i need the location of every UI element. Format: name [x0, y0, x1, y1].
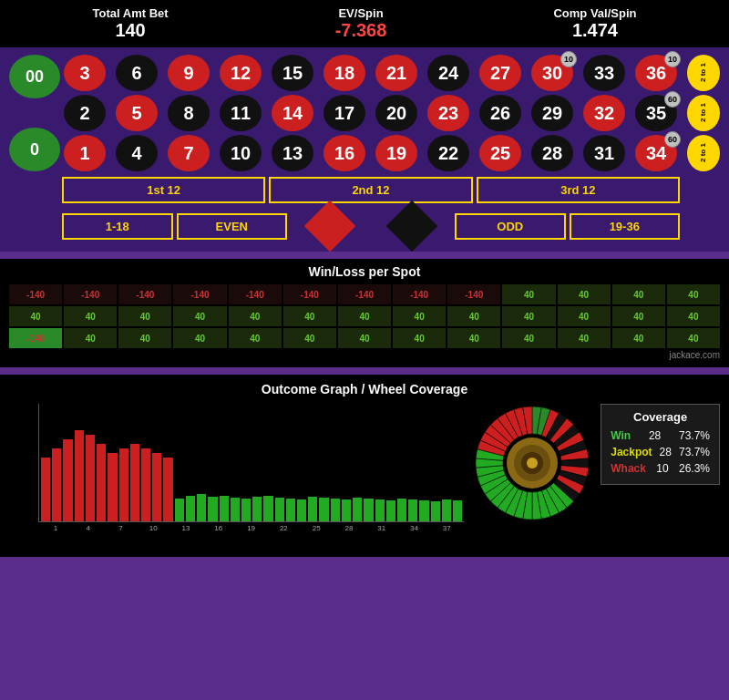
coverage-title: Coverage	[611, 410, 710, 424]
wl-cell: 40	[229, 328, 282, 348]
first-dozen[interactable]: 1st 12	[62, 177, 265, 203]
chart-bar	[97, 444, 106, 521]
number-5[interactable]: 5	[116, 95, 158, 131]
number-19[interactable]: 19	[375, 135, 417, 171]
number-30[interactable]: 3010	[531, 55, 573, 91]
svg-point-3	[527, 458, 538, 468]
total-amt-bet-section: Total Amt Bet 140	[93, 6, 169, 41]
whack-pct: 26.3%	[679, 462, 710, 475]
number-1[interactable]: 1	[64, 135, 106, 171]
side-bet-mid[interactable]: 2 to 1	[687, 95, 720, 131]
number-17[interactable]: 17	[323, 95, 365, 131]
third-dozen[interactable]: 3rd 12	[477, 177, 680, 203]
number-16[interactable]: 16	[323, 135, 365, 171]
side-bet-top[interactable]: 2 to 1	[687, 55, 720, 91]
roulette-table-area: 00 0 36912151821242730103336102581114172…	[0, 47, 729, 252]
second-dozen[interactable]: 2nd 12	[269, 177, 472, 203]
comp-val-spin-section: Comp Val/Spin 1.474	[553, 6, 636, 41]
number-36[interactable]: 3610	[635, 55, 677, 91]
wl-cell: 40	[447, 328, 500, 348]
number-4[interactable]: 4	[116, 135, 158, 171]
even-btn[interactable]: EVEN	[177, 213, 288, 240]
comp-val-spin-value: 1.474	[553, 20, 636, 41]
number-13[interactable]: 13	[272, 135, 313, 171]
wl-cell: 40	[612, 328, 665, 348]
roulette-table: 00 0 36912151821242730103336102581114172…	[9, 55, 720, 171]
chart-bar	[186, 496, 195, 521]
x-axis-label: 4	[73, 524, 104, 532]
chart-bar	[375, 499, 385, 521]
winloss-grid: -140-140-140-140-140-140-140-140-1404040…	[9, 284, 720, 348]
win-coverage-row: Win 28 73.7%	[611, 429, 710, 442]
number-28[interactable]: 28	[531, 135, 573, 171]
number-2[interactable]: 2	[64, 95, 106, 131]
number-9[interactable]: 9	[168, 55, 210, 91]
chart-bar	[263, 496, 272, 521]
number-21[interactable]: 21	[375, 55, 417, 91]
number-14[interactable]: 14	[272, 95, 313, 131]
wl-cell: 40	[338, 328, 391, 348]
chart-bar	[231, 498, 240, 521]
chart-bar	[252, 497, 262, 521]
number-8[interactable]: 8	[168, 95, 210, 131]
winloss-row: -140-140-140-140-140-140-140-140-1404040…	[9, 284, 720, 304]
chart-bar	[86, 435, 95, 521]
number-23[interactable]: 23	[427, 95, 469, 131]
number-29[interactable]: 29	[531, 95, 573, 131]
wl-cell: 40	[667, 306, 720, 326]
side-bet-bot[interactable]: 2 to 1	[687, 135, 720, 171]
chart-bar	[119, 448, 128, 521]
number-33[interactable]: 33	[583, 55, 625, 91]
side-bets: 2 to 1 2 to 1 2 to 1	[687, 55, 720, 171]
number-20[interactable]: 20	[375, 95, 417, 131]
red-diamond[interactable]	[291, 208, 369, 244]
number-27[interactable]: 27	[479, 55, 521, 91]
chart-bar	[75, 430, 84, 521]
win-label: Win	[611, 429, 631, 442]
number-6[interactable]: 6	[116, 55, 158, 91]
wl-cell: 40	[338, 306, 391, 326]
number-31[interactable]: 31	[583, 135, 625, 171]
total-amt-bet-label: Total Amt Bet	[93, 6, 169, 20]
wl-cell: 40	[667, 284, 720, 304]
number-18[interactable]: 18	[323, 55, 365, 91]
number-35[interactable]: 3560	[635, 95, 677, 131]
winloss-section: Win/Loss per Spot -140-140-140-140-140-1…	[0, 259, 729, 367]
chart-bars	[38, 404, 464, 522]
chart-bar	[141, 448, 150, 521]
number-7[interactable]: 7	[168, 135, 210, 171]
wl-cell: -140	[229, 284, 282, 304]
number-10[interactable]: 10	[220, 135, 262, 171]
black-diamond[interactable]	[373, 208, 451, 244]
19-to-36[interactable]: 19-36	[570, 213, 681, 240]
chart-bar	[342, 499, 351, 521]
number-24[interactable]: 24	[427, 55, 469, 91]
wl-cell: 40	[612, 284, 665, 304]
number-grid: 3691215182124273010333610258111417202326…	[64, 55, 683, 171]
chart-bar	[364, 499, 373, 521]
jackpot-coverage-row: Jackpot 28 73.7%	[611, 446, 710, 458]
dozens-row: 1st 12 2nd 12 3rd 12	[9, 177, 720, 203]
zero[interactable]: 0	[9, 128, 60, 171]
one-to-18[interactable]: 1-18	[62, 213, 173, 240]
jackace-credit: jackace.com	[9, 350, 720, 360]
chart-bar	[208, 497, 217, 521]
number-32[interactable]: 32	[583, 95, 625, 131]
number-12[interactable]: 12	[220, 55, 262, 91]
double-zero[interactable]: 00	[9, 55, 60, 98]
wl-cell: 40	[118, 328, 171, 348]
number-22[interactable]: 22	[427, 135, 469, 171]
number-26[interactable]: 26	[479, 95, 521, 131]
number-34[interactable]: 3460	[635, 135, 677, 171]
wl-cell: 40	[612, 306, 665, 326]
odd-btn[interactable]: ODD	[455, 213, 566, 240]
number-3[interactable]: 3	[64, 55, 106, 91]
x-axis-label: 19	[236, 524, 267, 532]
wl-cell: 40	[64, 306, 117, 326]
number-11[interactable]: 11	[220, 95, 262, 131]
whack-coverage-row: Whack 10 26.3%	[611, 462, 710, 475]
number-25[interactable]: 25	[479, 135, 521, 171]
x-labels: 14710131619222528313437	[9, 522, 464, 532]
number-15[interactable]: 15	[272, 55, 313, 91]
chart-bar	[431, 501, 440, 521]
